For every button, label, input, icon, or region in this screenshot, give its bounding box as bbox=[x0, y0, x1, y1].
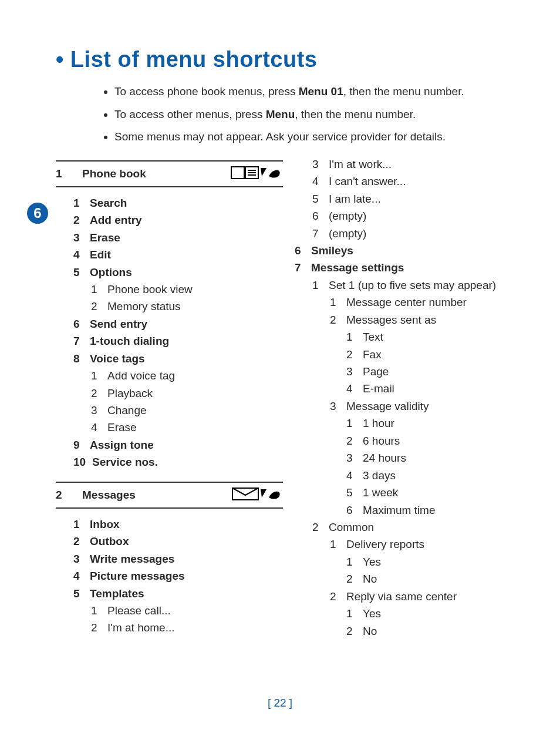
item-num: 2 bbox=[91, 619, 107, 636]
item-num: 9 bbox=[73, 436, 90, 453]
section-header-phonebook: 1 Phone book bbox=[56, 160, 283, 187]
item-label: Service nos. bbox=[92, 453, 158, 470]
item-label: Smileys bbox=[311, 242, 353, 259]
item-num: 1 bbox=[346, 415, 363, 432]
section-num: 2 bbox=[56, 489, 73, 502]
item-num: 1 bbox=[346, 553, 363, 570]
item-num: 2 bbox=[312, 519, 329, 536]
item-num: 7 bbox=[295, 259, 311, 276]
item-label: Memory status bbox=[107, 298, 181, 315]
intro-bold: Menu 01 bbox=[299, 85, 343, 97]
item-label: Write messages bbox=[90, 550, 174, 567]
item-num: 1 bbox=[73, 516, 90, 533]
item-num: 5 bbox=[346, 484, 363, 501]
item-label: Voice tags bbox=[90, 350, 145, 367]
item-num: 1 bbox=[346, 328, 363, 345]
item-label: E-mail bbox=[363, 380, 394, 397]
item-label: Message validity bbox=[346, 398, 429, 415]
item-num: 4 bbox=[91, 419, 107, 436]
item-label: I'm at work... bbox=[329, 156, 392, 173]
item-label: Common bbox=[329, 519, 374, 536]
item-label: Phone book view bbox=[107, 281, 193, 298]
item-label: Please call... bbox=[107, 602, 171, 619]
item-num: 2 bbox=[346, 432, 363, 449]
item-label: Add voice tag bbox=[107, 367, 175, 384]
item-num: 2 bbox=[91, 298, 107, 315]
item-num: 4 bbox=[73, 246, 90, 263]
item-num: 2 bbox=[346, 623, 363, 640]
item-num: 4 bbox=[346, 467, 363, 484]
intro-text: , then the menu number. bbox=[295, 108, 416, 120]
item-label: Send entry bbox=[90, 315, 147, 332]
item-label: Message settings bbox=[311, 259, 404, 276]
item-label: No bbox=[363, 623, 377, 640]
item-num: 7 bbox=[312, 225, 329, 242]
right-column: 3I'm at work... 4I can't answer... 5I am… bbox=[295, 156, 522, 650]
item-label: Messages sent as bbox=[346, 311, 436, 328]
item-label: 1 week bbox=[363, 484, 398, 501]
item-num: 1 bbox=[91, 602, 107, 619]
item-num: 2 bbox=[346, 346, 363, 363]
item-label: Delivery reports bbox=[346, 536, 424, 553]
item-label: Erase bbox=[107, 419, 137, 436]
item-label: Maximum time bbox=[363, 502, 436, 519]
item-num: 3 bbox=[73, 550, 90, 567]
item-num: 1 bbox=[330, 294, 346, 311]
intro-text: To access other menus, press bbox=[114, 108, 266, 120]
item-num: 3 bbox=[73, 229, 90, 246]
item-num: 4 bbox=[312, 173, 329, 190]
item-label: Picture messages bbox=[90, 567, 185, 584]
item-label: Options bbox=[90, 264, 132, 281]
item-num: 2 bbox=[330, 311, 346, 328]
item-label: Erase bbox=[90, 229, 120, 246]
item-label: Text bbox=[363, 328, 383, 345]
intro-text: To access phone book menus, press bbox=[114, 85, 299, 97]
item-num: 3 bbox=[312, 156, 329, 173]
item-label: I am late... bbox=[329, 190, 381, 207]
item-num: 2 bbox=[346, 570, 363, 587]
item-num: 6 bbox=[73, 315, 90, 332]
item-num: 4 bbox=[346, 380, 363, 397]
left-column: 1 Phone book 1Search 2Add entr bbox=[56, 156, 283, 650]
item-label: Fax bbox=[363, 346, 382, 363]
messages-icon bbox=[230, 486, 283, 505]
item-label: 3 days bbox=[363, 467, 396, 484]
item-label: 1-touch dialing bbox=[90, 332, 169, 349]
item-label: 24 hours bbox=[363, 449, 406, 466]
item-num: 1 bbox=[73, 194, 90, 211]
phonebook-icon bbox=[230, 164, 283, 183]
item-num: 1 bbox=[330, 536, 346, 553]
item-num: 1 bbox=[91, 281, 107, 298]
item-label: Outbox bbox=[90, 533, 129, 550]
item-label: Change bbox=[107, 402, 147, 419]
item-label: I'm at home... bbox=[107, 619, 175, 636]
item-label: Edit bbox=[90, 246, 111, 263]
intro-bold: Menu bbox=[266, 108, 295, 120]
item-num: 1 bbox=[91, 367, 107, 384]
item-num: 7 bbox=[73, 332, 90, 349]
item-num: 5 bbox=[312, 190, 329, 207]
section-title: Phone book bbox=[82, 167, 230, 180]
item-label: (empty) bbox=[329, 225, 366, 242]
item-label: Yes bbox=[363, 553, 381, 570]
item-label: Add entry bbox=[90, 211, 142, 228]
item-label: Message center number bbox=[346, 294, 467, 311]
item-num: 5 bbox=[73, 585, 90, 602]
item-num: 3 bbox=[91, 402, 107, 419]
item-num: 3 bbox=[330, 398, 346, 415]
item-label: No bbox=[363, 570, 377, 587]
item-label: (empty) bbox=[329, 207, 366, 224]
item-num: 1 bbox=[312, 277, 329, 294]
item-num: 2 bbox=[330, 588, 346, 605]
item-label: Yes bbox=[363, 605, 381, 622]
item-num: 2 bbox=[73, 211, 90, 228]
item-label: Assign tone bbox=[90, 436, 154, 453]
intro-text: , then the menu number. bbox=[343, 85, 464, 97]
intro-item: To access phone book menus, press Menu 0… bbox=[114, 84, 522, 100]
section-header-messages: 2 Messages bbox=[56, 482, 283, 509]
item-label: Inbox bbox=[90, 516, 120, 533]
item-label: Set 1 (up to five sets may appear) bbox=[329, 277, 496, 294]
item-label: Playback bbox=[107, 385, 153, 402]
item-num: 3 bbox=[346, 449, 363, 466]
chapter-badge: 6 bbox=[27, 203, 48, 224]
